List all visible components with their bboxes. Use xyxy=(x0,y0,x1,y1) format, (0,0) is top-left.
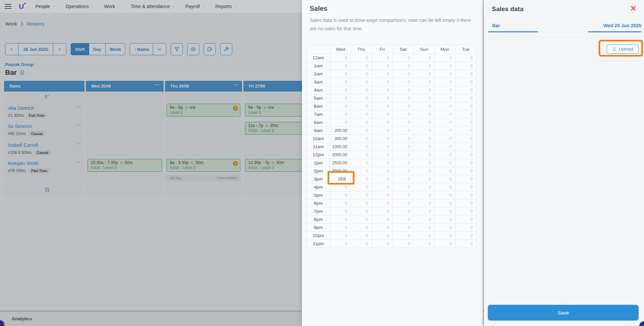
sales-cell-thu-7pm[interactable]: 0 xyxy=(351,207,372,216)
sales-cell-fri-8pm[interactable]: 0 xyxy=(372,216,393,224)
sales-cell-sat-11pm[interactable]: 0 xyxy=(393,240,414,248)
sales-cell-fri-9pm[interactable]: 0 xyxy=(372,224,393,232)
sales-cell-fri-1am[interactable]: 0 xyxy=(372,62,393,70)
sales-cell-mon-9pm[interactable]: 0 xyxy=(435,224,455,232)
sales-cell-mon-3pm[interactable]: 0 xyxy=(435,175,455,183)
sales-cell-tue-5am[interactable]: 0 xyxy=(455,94,476,102)
sales-cell-tue-6pm[interactable]: 0 xyxy=(455,199,476,207)
sales-cell-thu-11pm[interactable]: 0 xyxy=(351,240,372,248)
sales-cell-sun-11am[interactable]: 0 xyxy=(414,143,435,151)
sales-cell-tue-1am[interactable]: 0 xyxy=(455,62,476,70)
sales-cell-thu-3am[interactable]: 0 xyxy=(351,78,372,86)
sales-cell-sun-10am[interactable]: 0 xyxy=(414,135,435,143)
sales-cell-mon-10am[interactable]: 0 xyxy=(435,135,455,143)
sales-cell-thu-8pm[interactable]: 0 xyxy=(351,216,372,224)
sales-cell-sat-4am[interactable]: 0 xyxy=(393,86,414,94)
sales-cell-sat-11am[interactable]: 0 xyxy=(393,143,414,151)
sales-cell-mon-6pm[interactable]: 0 xyxy=(435,199,455,207)
sales-cell-fri-11am[interactable]: 0 xyxy=(372,143,393,151)
sales-cell-tue-10am[interactable]: 0 xyxy=(455,135,476,143)
sales-cell-sun-4pm[interactable]: 0 xyxy=(414,183,435,191)
sales-cell-sat-4pm[interactable]: 0 xyxy=(393,183,414,191)
sales-cell-wed-10am[interactable]: 300.00 xyxy=(330,135,351,143)
sales-cell-thu-10pm[interactable]: 0 xyxy=(351,232,372,240)
sales-cell-mon-12pm[interactable]: 0 xyxy=(435,151,455,159)
sales-cell-sun-1am[interactable]: 0 xyxy=(414,62,435,70)
sales-cell-fri-8am[interactable]: 0 xyxy=(372,119,393,127)
close-icon[interactable]: ✕ xyxy=(630,4,637,13)
sales-cell-tue-4pm[interactable]: 0 xyxy=(455,183,476,191)
sales-cell-fri-1pm[interactable]: 0 xyxy=(372,159,393,167)
sales-cell-fri-12pm[interactable]: 0 xyxy=(372,151,393,159)
sales-cell-fri-11pm[interactable]: 0 xyxy=(372,240,393,248)
sales-cell-thu-12pm[interactable]: 0 xyxy=(351,151,372,159)
sales-cell-sat-8pm[interactable]: 0 xyxy=(393,216,414,224)
sales-cell-wed-12pm[interactable]: 2000.00 xyxy=(330,151,351,159)
sales-cell-thu-9pm[interactable]: 0 xyxy=(351,224,372,232)
sales-cell-mon-2am[interactable]: 0 xyxy=(435,70,455,78)
sales-cell-sun-3pm[interactable]: 0 xyxy=(414,175,435,183)
sales-cell-sat-12pm[interactable]: 0 xyxy=(393,151,414,159)
sales-cell-wed-7am[interactable]: 0 xyxy=(330,110,351,119)
sales-cell-thu-2am[interactable]: 0 xyxy=(351,70,372,78)
sales-cell-sun-4am[interactable]: 0 xyxy=(414,86,435,94)
sales-cell-sun-5pm[interactable]: 0 xyxy=(414,191,435,199)
sales-cell-sat-9am[interactable]: 0 xyxy=(393,127,414,135)
sales-cell-tue-12am[interactable]: 0 xyxy=(455,54,476,62)
sales-cell-mon-5pm[interactable]: 0 xyxy=(435,191,455,199)
sales-cell-mon-6am[interactable]: 0 xyxy=(435,102,455,110)
sales-cell-mon-10pm[interactable]: 0 xyxy=(435,232,455,240)
sales-cell-sat-8am[interactable]: 0 xyxy=(393,119,414,127)
sales-cell-sat-10pm[interactable]: 0 xyxy=(393,232,414,240)
sales-cell-sun-5am[interactable]: 0 xyxy=(414,94,435,102)
sales-cell-thu-5am[interactable]: 0 xyxy=(351,94,372,102)
sales-cell-fri-4pm[interactable]: 0 xyxy=(372,183,393,191)
sales-cell-mon-5am[interactable]: 0 xyxy=(435,94,455,102)
sales-cell-tue-7am[interactable]: 0 xyxy=(455,110,476,119)
sales-cell-thu-1pm[interactable]: 0 xyxy=(351,159,372,167)
sales-cell-sat-9pm[interactable]: 0 xyxy=(393,224,414,232)
sales-cell-mon-1am[interactable]: 0 xyxy=(435,62,455,70)
sales-cell-tue-11am[interactable]: 0 xyxy=(455,143,476,151)
sales-cell-sat-3pm[interactable]: 0 xyxy=(393,175,414,183)
sales-cell-fri-7pm[interactable]: 0 xyxy=(372,207,393,216)
sales-cell-sun-10pm[interactable]: 0 xyxy=(414,232,435,240)
sales-cell-fri-5pm[interactable]: 0 xyxy=(372,191,393,199)
sales-cell-wed-4pm[interactable]: 0 xyxy=(330,183,351,191)
sales-cell-thu-7am[interactable]: 0 xyxy=(351,110,372,119)
sales-cell-wed-6am[interactable]: 0 xyxy=(330,102,351,110)
sales-cell-mon-4pm[interactable]: 0 xyxy=(435,183,455,191)
sales-cell-tue-10pm[interactable]: 0 xyxy=(455,232,476,240)
sales-cell-tue-11pm[interactable]: 0 xyxy=(455,240,476,248)
sales-cell-sat-5pm[interactable]: 0 xyxy=(393,191,414,199)
sales-cell-tue-9am[interactable]: 0 xyxy=(455,127,476,135)
sales-cell-thu-12am[interactable]: 0 xyxy=(351,54,372,62)
sales-cell-mon-8am[interactable]: 0 xyxy=(435,119,455,127)
sales-cell-tue-12pm[interactable]: 0 xyxy=(455,151,476,159)
sales-cell-fri-2am[interactable]: 0 xyxy=(372,70,393,78)
sales-cell-thu-6pm[interactable]: 0 xyxy=(351,199,372,207)
sales-cell-sat-6am[interactable]: 0 xyxy=(393,102,414,110)
sales-cell-wed-2am[interactable]: 0 xyxy=(330,70,351,78)
sales-cell-tue-2am[interactable]: 0 xyxy=(455,70,476,78)
sales-cell-sat-7am[interactable]: 0 xyxy=(393,110,414,119)
sales-cell-sun-9am[interactable]: 0 xyxy=(414,127,435,135)
sales-cell-fri-2pm[interactable]: 0 xyxy=(372,167,393,175)
sales-cell-wed-9pm[interactable]: 0 xyxy=(330,224,351,232)
sales-cell-sun-2pm[interactable]: 0 xyxy=(414,167,435,175)
sales-cell-tue-9pm[interactable]: 0 xyxy=(455,224,476,232)
sales-cell-sat-2pm[interactable]: 0 xyxy=(393,167,414,175)
sales-cell-sat-1am[interactable]: 0 xyxy=(393,62,414,70)
tab-date[interactable]: Wed 25 Jun 2025 xyxy=(588,20,641,32)
sales-cell-thu-5pm[interactable]: 0 xyxy=(351,191,372,199)
sales-cell-fri-9am[interactable]: 0 xyxy=(372,127,393,135)
sales-cell-mon-1pm[interactable]: 0 xyxy=(435,159,455,167)
sales-cell-thu-2pm[interactable]: 0 xyxy=(351,167,372,175)
sales-cell-wed-2pm[interactable]: 3000.00 xyxy=(330,167,351,175)
sales-cell-wed-11pm[interactable]: 0 xyxy=(330,240,351,248)
sales-cell-sun-1pm[interactable]: 0 xyxy=(414,159,435,167)
sales-cell-sat-2am[interactable]: 0 xyxy=(393,70,414,78)
sales-cell-wed-1pm[interactable]: 2500.00 xyxy=(330,159,351,167)
sales-cell-sun-8pm[interactable]: 0 xyxy=(414,216,435,224)
sales-cell-thu-8am[interactable]: 0 xyxy=(351,119,372,127)
